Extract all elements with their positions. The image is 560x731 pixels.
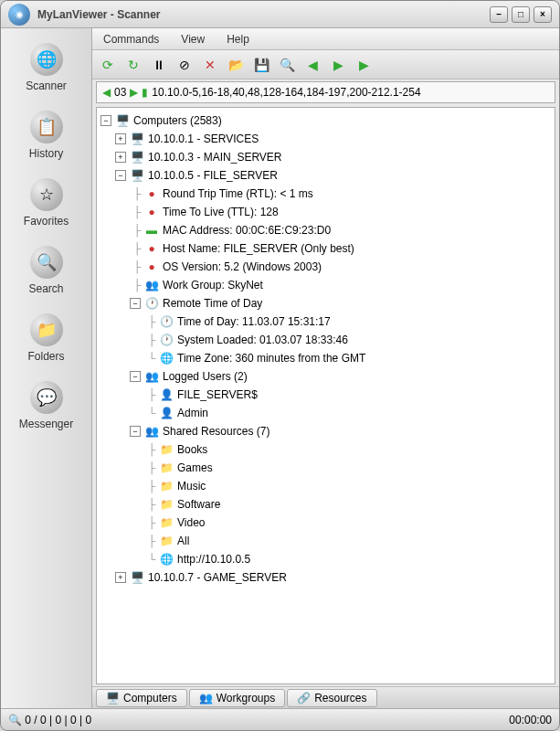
stop-icon[interactable]: ⊘ [174,55,195,75]
detail-tz[interactable]: Time Zone: 360 minutes from the GMT [177,352,365,365]
share-entry[interactable]: All [177,535,189,547]
detail-ttl[interactable]: Time To Live (TTL): 128 [163,206,279,218]
scan-start-icon[interactable]: ⟳ [98,55,118,75]
host-node[interactable]: 10.10.0.1 - SERVICES [148,132,259,145]
host-node[interactable]: 10.10.0.3 - MAIN_SERVER [148,151,282,164]
share-entry[interactable]: Software [177,498,220,511]
nav-forward-icon[interactable]: ▶ [328,55,348,75]
open-icon[interactable]: 📂 [226,55,246,75]
folder-icon: 📁 [159,515,174,530]
share-entry[interactable]: http://10.10.0.5 [177,553,250,566]
content-area: Commands View Help ⟳ ↻ ⏸ ⊘ ✕ 📂 💾 🔍 ◀ ▶ ▶… [92,28,559,708]
history-icon: 📋 [30,111,63,143]
magnify-icon: 🔍 [8,714,22,726]
folder-icon: 📁 [159,442,174,457]
address-range: 10.10.0-5,16-18,40,48,128-164,184-197,20… [152,86,420,99]
detail-workgroup[interactable]: Work Group: SkyNet [163,279,263,291]
user-icon: 👤 [159,406,174,420]
address-bar[interactable]: ◀ 03 ▶ ▮ 10.10.0-5,16-18,40,48,128-164,1… [96,81,555,103]
pause-icon[interactable]: ⏸ [149,55,169,75]
sidebar-item-scanner[interactable]: 🌐 Scanner [10,37,83,98]
detail-rtl[interactable]: Round Trip Time (RTL): < 1 ms [163,187,313,200]
host-icon: 🖥️ [130,168,144,183]
window-controls: – □ × [490,6,552,23]
detail-logged[interactable]: Logged Users (2) [163,370,248,383]
detail-shared[interactable]: Shared Resources (7) [163,425,269,438]
info-icon: ● [144,241,159,256]
share-entry[interactable]: Video [177,516,205,529]
tree-toggle[interactable]: − [130,298,141,309]
tree-root[interactable]: Computers (2583) [133,114,222,127]
tree-toggle[interactable]: + [115,133,126,144]
detail-os[interactable]: OS Version: 5.2 (Windows 2003) [163,260,322,273]
messenger-icon: 💬 [30,381,63,414]
share-entry[interactable]: Music [177,480,206,493]
info-icon: ● [144,260,159,274]
folder-icon: 📁 [30,313,63,346]
detail-mac[interactable]: MAC Address: 00:0C:6E:C9:23:D0 [163,224,331,237]
tree-toggle[interactable]: − [115,170,126,181]
tree-toggle[interactable]: + [115,572,126,583]
user-entry[interactable]: FILE_SERVER$ [177,388,258,401]
share-entry[interactable]: Games [177,461,213,474]
statusbar: 🔍 0 / 0 | 0 | 0 | 0 00:00:00 [1,708,559,730]
tree-view[interactable]: −🖥️Computers (2583) +🖥️10.10.0.1 - SERVI… [96,107,555,684]
user-icon: 👤 [159,387,174,402]
tab-workgroups[interactable]: 👥Workgroups [189,689,285,707]
detail-tod[interactable]: Time of Day: 11.03.07 15:31:17 [177,315,331,328]
tree-toggle[interactable]: − [130,371,141,382]
nic-icon: ▬ [144,223,159,238]
zoom-icon[interactable]: 🔍 [277,55,297,75]
users-icon: 👥 [144,369,159,384]
save-icon[interactable]: 💾 [251,55,271,75]
bottom-tabs: 🖥️Computers 👥Workgroups 🔗Resources [92,686,559,708]
window-title: MyLanViewer - Scanner [37,8,490,21]
sidebar-item-messenger[interactable]: 💬 Messenger [10,376,83,436]
sidebar-item-search[interactable]: 🔍 Search [10,240,83,301]
menu-help[interactable]: Help [223,31,253,48]
sidebar: 🌐 Scanner 📋 History ☆ Favorites 🔍 Search… [1,28,92,708]
menu-view[interactable]: View [177,31,208,48]
sidebar-item-folders[interactable]: 📁 Folders [10,308,83,368]
scan-refresh-icon[interactable]: ↻ [123,55,143,75]
sidebar-item-history[interactable]: 📋 History [10,105,83,165]
status-dot-icon: ◀ [102,86,111,99]
detail-hostname[interactable]: Host Name: FILE_SERVER (Only best) [163,242,354,255]
nav-back-icon[interactable]: ◀ [302,55,322,75]
globe-icon: 🌐 [30,43,63,76]
computers-icon: 🖥️ [115,113,130,128]
info-icon: ● [144,205,159,219]
close-button[interactable]: × [534,6,552,23]
titlebar: ◉ MyLanViewer - Scanner – □ × [1,1,559,28]
shared-icon: 👥 [144,424,159,439]
tree-toggle[interactable]: + [115,152,126,163]
user-entry[interactable]: Admin [177,407,208,419]
address-prefix: 03 [114,86,126,99]
detail-remote-time[interactable]: Remote Time of Day [163,297,262,310]
computers-icon: 🖥️ [106,692,120,705]
info-icon: ● [144,186,159,201]
delete-icon[interactable]: ✕ [200,55,220,75]
maximize-button[interactable]: □ [512,6,530,23]
share-entry[interactable]: Books [177,443,207,456]
tree-toggle[interactable]: − [100,115,111,126]
detail-loaded[interactable]: System Loaded: 01.03.07 18:33:46 [177,334,348,346]
nav-go-icon[interactable]: ▶ [354,55,374,75]
toolbar: ⟳ ↻ ⏸ ⊘ ✕ 📂 💾 🔍 ◀ ▶ ▶ [92,50,559,79]
host-node[interactable]: 10.10.0.5 - FILE_SERVER [148,169,278,182]
folder-icon: 📁 [159,534,174,548]
host-icon: 🖥️ [130,570,144,585]
tab-computers[interactable]: 🖥️Computers [96,689,187,707]
status-square-icon: ▮ [142,86,148,99]
menu-commands[interactable]: Commands [100,31,163,48]
tab-resources[interactable]: 🔗Resources [287,689,376,707]
clock-icon: 🕐 [144,296,159,311]
minimize-button[interactable]: – [490,6,508,23]
globe-icon: 🌐 [159,351,174,366]
host-node[interactable]: 10.10.0.7 - GAME_SERVER [148,571,287,584]
sidebar-item-favorites[interactable]: ☆ Favorites [10,173,83,233]
app-window: ◉ MyLanViewer - Scanner – □ × 🌐 Scanner … [0,0,560,731]
resources-icon: 🔗 [297,692,311,705]
clock-icon: 🕐 [159,314,174,329]
tree-toggle[interactable]: − [130,426,141,437]
